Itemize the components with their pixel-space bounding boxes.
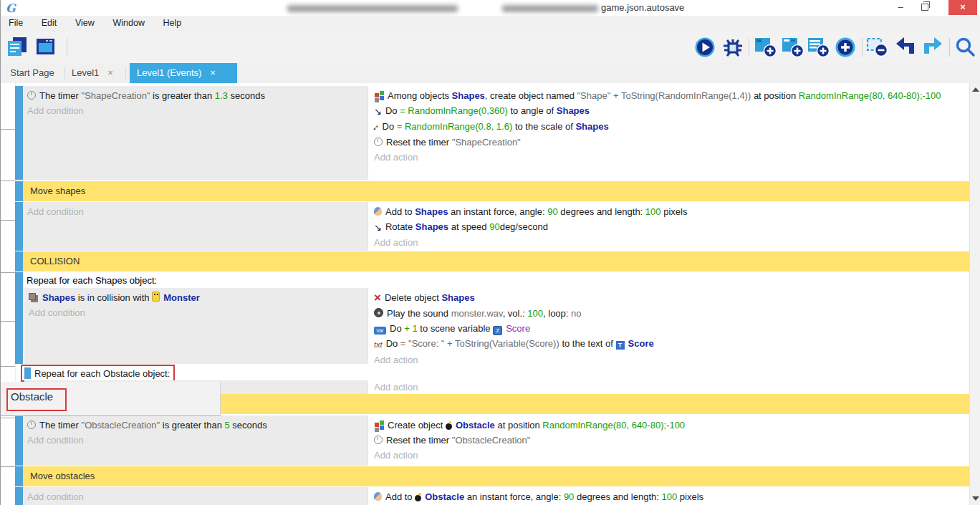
undo-button[interactable] xyxy=(895,37,918,58)
create-icon xyxy=(375,423,379,427)
add-action-link[interactable]: Add action xyxy=(374,448,969,463)
event1-actions: Among objects Shapes, create object name… xyxy=(368,86,969,180)
event-selection-bar[interactable] xyxy=(15,251,23,271)
tab-level1[interactable]: Level1× xyxy=(70,63,126,83)
add-condition-link[interactable]: Add condition xyxy=(27,433,368,448)
add-condition-link[interactable]: Add condition xyxy=(29,305,368,320)
condition-line[interactable]: The timer "ObstacleCreation" is greater … xyxy=(27,418,368,433)
action-line[interactable]: Delete object Shapes xyxy=(374,290,969,306)
restore-icon xyxy=(921,4,928,11)
delete-event-button[interactable] xyxy=(866,37,889,58)
condition-line[interactable]: Shapes is in collision with Monster xyxy=(29,290,368,305)
event-selection-bar[interactable] xyxy=(15,487,23,505)
redo-button[interactable] xyxy=(922,37,945,58)
scene-editor-button[interactable] xyxy=(35,37,58,58)
action-line[interactable]: Reset the timer "ShapeCreation" xyxy=(374,135,969,150)
action-line[interactable]: Add to Obstacle an instant force, angle:… xyxy=(374,489,969,504)
add-condition-link[interactable]: Add condition xyxy=(27,489,368,504)
add-condition-link[interactable]: Add condition xyxy=(27,103,368,118)
add-comment-button[interactable] xyxy=(807,37,830,58)
close-button[interactable]: × xyxy=(948,0,977,15)
svg-text:G: G xyxy=(6,1,16,14)
menu-window[interactable]: Window xyxy=(105,16,152,28)
action-line[interactable]: Rotate Shapes at speed 90deg/second xyxy=(374,219,969,235)
add-event-button[interactable] xyxy=(754,37,777,58)
vertical-scrollbar[interactable] xyxy=(969,83,980,505)
event-selection-bar[interactable] xyxy=(24,367,31,379)
varbadge-icon xyxy=(493,326,502,335)
window-title: game.json.autosave xyxy=(601,2,684,13)
add-condition-link[interactable]: Add condition xyxy=(27,204,368,219)
tab-close-icon[interactable]: × xyxy=(107,67,113,78)
tab-close-icon[interactable]: × xyxy=(210,67,216,78)
menu-edit[interactable]: Edit xyxy=(34,16,65,28)
tab-level1-events[interactable]: Level1 (Events)× xyxy=(130,63,237,83)
add-action-link[interactable]: Add action xyxy=(374,380,969,394)
play-button[interactable] xyxy=(694,37,717,58)
event-selection-bar[interactable] xyxy=(15,202,23,251)
search-icon xyxy=(955,37,976,58)
search-button[interactable] xyxy=(955,37,978,58)
project-manager-button[interactable] xyxy=(6,37,29,58)
debug-button[interactable] xyxy=(721,37,744,58)
add-comment-icon xyxy=(807,37,830,58)
monster-icon xyxy=(152,292,160,302)
action-line[interactable]: Among objects Shapes, create object name… xyxy=(374,88,969,103)
comment-collision[interactable]: COLLISION xyxy=(23,251,969,271)
sound-icon xyxy=(374,308,383,317)
comment-move-shapes[interactable]: Move shapes xyxy=(23,181,969,201)
add-action-link[interactable]: Add action xyxy=(374,352,969,364)
add-subevent-icon xyxy=(782,37,804,58)
action-line[interactable]: Do = RandomInRange(0.8, 1.6) to the scal… xyxy=(374,119,969,135)
comment-move-obstacles[interactable]: Move obstacles xyxy=(23,466,969,486)
action-line[interactable]: Add to Shapes an instant force, angle: 9… xyxy=(374,204,969,219)
action-line[interactable]: Play the sound monster.wav, vol.: 100, l… xyxy=(374,306,969,321)
collision-icon xyxy=(29,293,36,300)
toolbar-separator xyxy=(862,38,863,57)
menu-file[interactable]: File xyxy=(1,16,31,28)
minimize-button[interactable]: – xyxy=(890,0,911,15)
action-line[interactable]: Create object Obstacle at position Rando… xyxy=(374,418,969,433)
bomb-icon xyxy=(415,495,421,501)
events-editor: The timer "ShapeCreation" is greater tha… xyxy=(1,83,980,505)
timer-icon xyxy=(27,420,36,429)
hand-icon xyxy=(374,207,382,216)
event-selection-bar[interactable] xyxy=(15,86,23,180)
toolbar-separator xyxy=(949,38,950,57)
action-line[interactable]: Do = "Score: " + ToString(Variable(Score… xyxy=(374,336,969,352)
timer-icon xyxy=(374,436,383,444)
event6-conditions: Add condition xyxy=(23,487,368,505)
add-action-link[interactable]: Add action xyxy=(374,150,969,165)
event-selection-bar[interactable] xyxy=(15,181,23,201)
event-selection-bar[interactable] xyxy=(15,466,23,486)
add-subevent-button[interactable] xyxy=(782,37,804,58)
action-line[interactable]: Reset the timer "ObstacleCreation" xyxy=(374,433,969,448)
repeat-shapes-header[interactable]: Repeat for each Shapes object: xyxy=(27,274,157,288)
event2-actions: Add to Shapes an instant force, angle: 9… xyxy=(368,202,969,251)
toolbar xyxy=(1,32,980,63)
event-selection-bar[interactable] xyxy=(15,272,23,364)
scroll-up-icon[interactable] xyxy=(972,87,979,92)
add-action-link[interactable]: Add action xyxy=(374,235,969,250)
add-other-event-button[interactable] xyxy=(835,37,858,58)
event4-actions: Add action xyxy=(368,380,969,394)
restore-button[interactable] xyxy=(914,0,936,15)
blurred-title-text xyxy=(502,5,598,12)
action-line[interactable]: Do = RandomInRange(0,360) to angle of Sh… xyxy=(374,103,969,119)
object-name-editor-popup: Obstacle xyxy=(1,382,221,416)
menu-view[interactable]: View xyxy=(67,16,102,28)
scroll-down-icon[interactable] xyxy=(972,496,979,501)
gdevelop-window: G game.json.autosave – × File Edit View … xyxy=(0,0,980,505)
repeat-obstacle-annotation: Repeat for each Obstacle object: xyxy=(21,365,175,382)
event1-conditions: The timer "ShapeCreation" is greater tha… xyxy=(23,86,368,180)
event-selection-bar[interactable] xyxy=(15,415,23,466)
txt-icon xyxy=(374,337,383,352)
condition-line[interactable]: The timer "ShapeCreation" is greater tha… xyxy=(27,88,368,103)
textobj-icon xyxy=(616,341,625,350)
action-line[interactable]: Do + 1 to scene variable Score xyxy=(374,321,969,336)
repeat-obstacle-header[interactable]: Repeat for each Obstacle object: xyxy=(34,367,170,380)
menu-help[interactable]: Help xyxy=(155,16,190,28)
event3-conditions: Shapes is in collision with Monster Add … xyxy=(24,288,368,364)
tab-start-page[interactable]: Start Page xyxy=(1,63,64,83)
toolbar-separator xyxy=(67,38,67,57)
